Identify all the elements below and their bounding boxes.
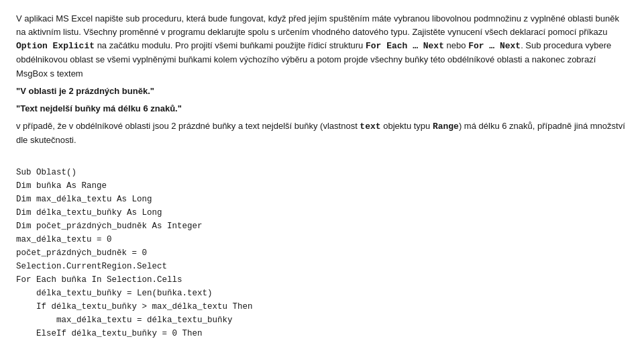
code-line-dim3: Dim délka_textu_buňky As Long xyxy=(16,208,162,217)
vba-code-block: Sub Oblast() Dim buňka As Range Dim max_… xyxy=(16,152,628,339)
code-line-init2: počet_prázdných_budněk = 0 xyxy=(16,248,147,258)
explanation-paragraph: v případě, že v obdélníkové oblasti jsou… xyxy=(16,119,628,147)
code-line-sub: Sub Oblast() xyxy=(16,168,76,177)
code-line-dim4: Dim počet_prázdných_budněk As Integer xyxy=(16,222,203,231)
code-line-dim2: Dim max_délka_textu As Long xyxy=(16,195,152,204)
code-range-type: Range xyxy=(433,122,459,132)
msgbox-output-line2: "Text nejdelší buňky má délku 6 znaků." xyxy=(16,102,628,115)
msgbox-output-line1: "V oblasti je 2 prázdných buněk." xyxy=(16,85,628,98)
code-line-if: If délka_textu_buňky > max_délka_textu T… xyxy=(16,302,253,311)
code-line-dim1: Dim buňka As Range xyxy=(16,181,107,191)
code-line-select: Selection.CurrentRegion.Select xyxy=(16,262,167,271)
code-for-next: For … Next xyxy=(468,41,521,51)
document-body: V aplikaci MS Excel napište sub procedur… xyxy=(16,12,628,339)
code-line-len: délka_textu_buňky = Len(buňka.text) xyxy=(16,289,213,298)
code-line-for: For Each buňka In Selection.Cells xyxy=(16,275,182,285)
code-for-each: For Each … Next xyxy=(366,41,444,51)
code-line-assign-max: max_délka_textu = délka_textu_buňky xyxy=(16,316,233,325)
code-option-explicit: Option Explicit xyxy=(16,41,95,51)
intro-paragraph: V aplikaci MS Excel napište sub procedur… xyxy=(16,12,628,81)
code-line-elseif: ElseIf délka_textu_buňky = 0 Then xyxy=(16,329,203,338)
code-text-property: text xyxy=(360,122,380,132)
code-line-init1: max_délka_textu = 0 xyxy=(16,235,112,244)
